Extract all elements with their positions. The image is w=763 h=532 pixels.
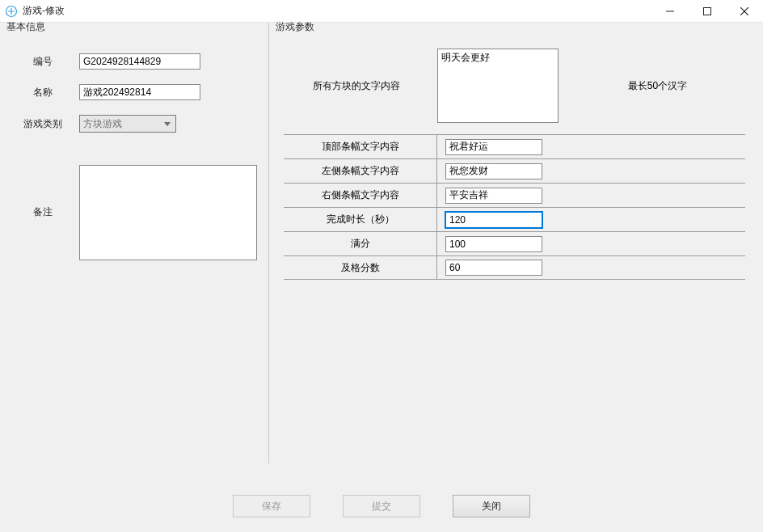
name-input[interactable]: [79, 84, 200, 100]
category-select[interactable]: 方块游戏: [79, 115, 176, 133]
window-title: 游戏-修改: [23, 4, 65, 18]
param-input[interactable]: [445, 163, 542, 179]
param-label: 右侧条幅文字内容: [284, 184, 437, 207]
game-params-group: 游戏参数 所有方块的文字内容 最长50个汉字 顶部条幅文字内容左侧条幅文字内容右…: [271, 26, 761, 285]
param-label: 顶部条幅文字内容: [284, 135, 437, 158]
param-input[interactable]: [445, 212, 542, 228]
game-params-legend: 游戏参数: [274, 20, 316, 34]
titlebar: 游戏-修改: [0, 0, 763, 23]
all-blocks-label: 所有方块的文字内容: [276, 79, 437, 93]
param-label: 及格分数: [284, 256, 437, 279]
param-input[interactable]: [445, 260, 542, 276]
param-label: 满分: [284, 232, 437, 255]
id-input[interactable]: [79, 53, 200, 70]
id-label: 编号: [6, 55, 79, 69]
param-input[interactable]: [445, 188, 542, 204]
category-label: 游戏类别: [6, 117, 79, 131]
submit-button[interactable]: 提交: [343, 495, 420, 517]
param-row: 完成时长（秒）: [284, 207, 745, 231]
param-row: 顶部条幅文字内容: [284, 134, 745, 158]
all-blocks-input[interactable]: [437, 49, 559, 123]
minimize-button[interactable]: [651, 0, 689, 22]
param-row: 满分: [284, 231, 745, 255]
save-button[interactable]: 保存: [233, 495, 310, 517]
close-action-button[interactable]: 关闭: [453, 495, 530, 517]
param-label: 左侧条幅文字内容: [284, 159, 437, 183]
param-label: 完成时长（秒）: [284, 208, 437, 231]
param-input[interactable]: [445, 236, 542, 252]
param-input[interactable]: [445, 139, 542, 155]
app-icon: [5, 5, 18, 18]
remark-label: 备注: [6, 205, 79, 219]
param-row: 左侧条幅文字内容: [284, 158, 745, 183]
svg-rect-2: [704, 7, 711, 15]
basic-info-legend: 基本信息: [5, 20, 47, 34]
param-row: 及格分数: [284, 255, 745, 280]
button-bar: 保存 提交 关闭: [0, 495, 763, 517]
name-label: 名称: [6, 86, 79, 99]
category-selected-value: 方块游戏: [83, 117, 122, 131]
all-blocks-hint: 最长50个汉字: [559, 79, 757, 93]
close-button[interactable]: [726, 0, 763, 22]
basic-info-group: 基本信息 编号 名称 游戏类别 方块游戏 备注: [2, 26, 267, 280]
maximize-button[interactable]: [689, 0, 726, 22]
window-controls: [651, 0, 763, 22]
remark-input[interactable]: [79, 165, 257, 260]
param-row: 右侧条幅文字内容: [284, 183, 745, 207]
